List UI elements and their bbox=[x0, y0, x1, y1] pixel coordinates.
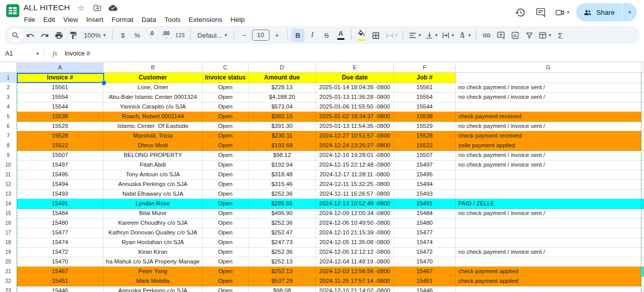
cell-due_date[interactable]: 2025-01-14 18:04:35 -0800 bbox=[316, 83, 394, 93]
document-title[interactable]: ALL HITECH bbox=[23, 3, 70, 12]
cell-due_date[interactable]: 2024-12-05 11:35:08 -0800 bbox=[316, 237, 394, 248]
cell-customer[interactable]: Ryan Hoolahan c/o SJA bbox=[104, 237, 203, 248]
print-icon[interactable] bbox=[52, 29, 65, 42]
cell-customer[interactable]: Nabil Elhawary c/o SJA bbox=[104, 189, 203, 199]
cell-note[interactable]: PAID / ZELLE bbox=[456, 199, 641, 209]
font-size-input[interactable]: 10 bbox=[252, 30, 269, 41]
cell-due_date[interactable]: 2024-12-06 10:49:50 -0800 bbox=[316, 218, 394, 228]
cell-note[interactable] bbox=[456, 179, 641, 190]
increase-decimal-icon[interactable]: .00→ bbox=[159, 29, 172, 42]
row-number[interactable]: 16 bbox=[0, 218, 17, 228]
cell-status[interactable]: Open bbox=[203, 218, 249, 228]
cell-note[interactable]: no check payment / invoice sent / bbox=[456, 247, 641, 257]
cell-invoice[interactable]: 15470 bbox=[17, 257, 104, 267]
functions-icon[interactable]: Σ bbox=[554, 29, 567, 42]
menu-item-data[interactable]: Data bbox=[138, 15, 161, 24]
cell-status[interactable]: Open bbox=[203, 92, 249, 102]
cell-status[interactable]: Open bbox=[203, 276, 249, 286]
cell-status[interactable]: Open bbox=[203, 208, 249, 219]
redo-icon[interactable] bbox=[38, 29, 51, 42]
cell-filler[interactable] bbox=[641, 160, 644, 170]
vertical-align-icon[interactable]: ▾ bbox=[424, 29, 439, 42]
cell-job[interactable]: 15497 bbox=[394, 160, 456, 170]
column-header-E[interactable]: E bbox=[316, 63, 394, 73]
cell-note[interactable] bbox=[456, 218, 641, 228]
cell-customer[interactable]: Annuska Perkings c/o SJA bbox=[104, 179, 203, 190]
cell-note[interactable]: no check payment / invoice sent / bbox=[456, 208, 641, 219]
cell-amount[interactable]: $192.94 bbox=[249, 160, 316, 170]
cell-amount[interactable]: $315.46 bbox=[249, 179, 316, 190]
cell-invoice[interactable]: 15493 bbox=[17, 189, 104, 199]
cell-due_date[interactable]: 2024-12-11 15:26:57 -0800 bbox=[316, 189, 394, 199]
cell-amount[interactable]: $252.47 bbox=[249, 228, 316, 238]
row-number[interactable]: 14 bbox=[0, 199, 17, 209]
cell-invoice[interactable]: 15451 bbox=[17, 276, 104, 286]
text-wrap-icon[interactable]: ▾ bbox=[440, 29, 456, 42]
cell-filler[interactable] bbox=[641, 228, 644, 238]
cell-filler[interactable] bbox=[641, 208, 644, 219]
cell-invoice[interactable]: 15491 bbox=[17, 199, 104, 209]
menu-item-edit[interactable]: Edit bbox=[39, 15, 59, 24]
row-number[interactable]: 1 bbox=[0, 73, 17, 83]
row-number[interactable]: 8 bbox=[0, 141, 17, 151]
cell-amount[interactable]: $98.12 bbox=[249, 150, 316, 161]
cell-filler[interactable] bbox=[641, 286, 644, 292]
decrease-decimal-icon[interactable]: .0← bbox=[145, 29, 158, 42]
row-number[interactable]: 21 bbox=[0, 267, 17, 277]
cell-amount[interactable]: $252.13 bbox=[249, 267, 316, 277]
cell-job[interactable]: 15507 bbox=[394, 150, 456, 161]
cell-filler[interactable] bbox=[641, 199, 644, 209]
cell-job[interactable]: 15495 bbox=[394, 170, 456, 180]
cell-job[interactable]: 15484 bbox=[394, 208, 456, 219]
text-rotation-icon[interactable]: ▾ bbox=[457, 29, 473, 42]
cell-amount[interactable]: $537.29 bbox=[249, 276, 316, 286]
cell-filler[interactable] bbox=[641, 73, 644, 83]
cell-amount[interactable]: $252.36 bbox=[249, 247, 316, 257]
cell-filler[interactable] bbox=[641, 237, 644, 248]
row-number[interactable]: 4 bbox=[0, 102, 17, 112]
cell-job[interactable]: 15493 bbox=[394, 189, 456, 199]
search-icon[interactable] bbox=[8, 28, 22, 42]
cell-invoice[interactable]: 15544 bbox=[17, 102, 104, 112]
cell-invoice[interactable]: 15561 bbox=[17, 83, 104, 93]
cell-status[interactable]: Open bbox=[203, 179, 249, 190]
column-header-G[interactable]: G bbox=[456, 63, 641, 73]
formula-input[interactable]: Invoice # bbox=[64, 50, 90, 57]
cell-amount[interactable]: $318.48 bbox=[249, 170, 316, 180]
cell-job[interactable]: 15522 bbox=[394, 141, 456, 151]
cell-job[interactable]: 15474 bbox=[394, 237, 456, 248]
cell-status[interactable]: Open bbox=[203, 237, 249, 248]
cell-invoice[interactable]: 15494 bbox=[17, 179, 104, 190]
cell-job[interactable]: 15544 bbox=[394, 102, 456, 112]
more-formats-icon[interactable]: 123 bbox=[174, 29, 187, 42]
italic-button[interactable]: I bbox=[306, 29, 319, 42]
column-header-A[interactable]: A bbox=[17, 63, 104, 73]
cell-note[interactable] bbox=[456, 170, 641, 180]
cell-customer[interactable]: Mark Mobilla bbox=[104, 276, 203, 286]
cell-status[interactable]: Open bbox=[203, 102, 249, 112]
cell-customer[interactable]: Peter Yang bbox=[104, 267, 203, 277]
cell-note[interactable]: no check payment / invoice sent / bbox=[456, 150, 641, 161]
cell-amount[interactable]: $495.90 bbox=[249, 208, 316, 219]
row-number[interactable]: 10 bbox=[0, 160, 17, 170]
cell-filler[interactable] bbox=[641, 179, 644, 190]
cell-customer[interactable]: ha Mahuli c/o SJA Property Manage bbox=[104, 257, 203, 267]
cell-job[interactable]: 15554 bbox=[394, 92, 456, 102]
cell-due_date[interactable]: 2024-12-05 12:12:12 -0800 bbox=[316, 247, 394, 257]
row-number[interactable]: 7 bbox=[0, 131, 17, 141]
cell-due_date[interactable]: 2024-12-04 11:49:19 -0800 bbox=[316, 257, 394, 267]
cell-customer[interactable]: Abu-Bakr Islamic Center 0001324 bbox=[104, 92, 203, 102]
row-number[interactable]: 15 bbox=[0, 208, 17, 219]
cell-filler[interactable] bbox=[641, 257, 644, 267]
cell-customer[interactable]: Marshall, Tricia bbox=[104, 131, 203, 141]
cell-note[interactable]: check payment received bbox=[456, 131, 641, 141]
cell-amount[interactable]: $192.68 bbox=[249, 141, 316, 151]
cell-customer[interactable]: Bilal Munir bbox=[104, 208, 203, 219]
cell-invoice[interactable]: 15522 bbox=[17, 141, 104, 151]
header-cell-4[interactable]: Due date bbox=[316, 73, 394, 83]
row-number[interactable]: 20 bbox=[0, 257, 17, 267]
cell-filler[interactable] bbox=[641, 189, 644, 199]
cell-due_date[interactable]: 2024-12-24 23:26:27 -0800 bbox=[316, 141, 394, 151]
cell-job[interactable]: 15561 bbox=[394, 83, 456, 93]
cell-status[interactable]: Open bbox=[203, 257, 249, 267]
